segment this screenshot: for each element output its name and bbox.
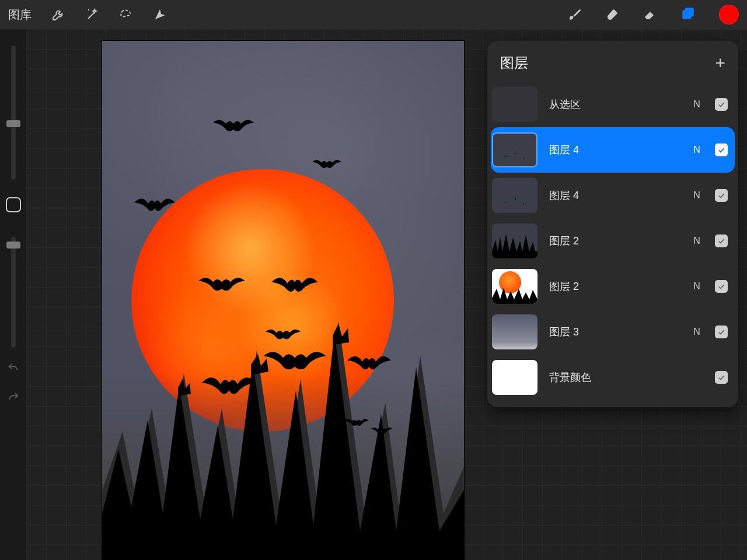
selection-icon[interactable] [119, 8, 133, 22]
modifier-button[interactable] [6, 197, 21, 212]
blend-mode-button[interactable]: N [690, 281, 703, 292]
visibility-checkbox[interactable] [715, 326, 728, 338]
brush-size-slider[interactable] [11, 46, 16, 180]
wrench-icon[interactable] [51, 8, 65, 22]
layer-row[interactable]: 图层 3N [487, 309, 738, 355]
smudge-icon[interactable] [606, 8, 620, 22]
blend-mode-button[interactable]: N [690, 145, 703, 155]
blend-mode-button[interactable]: N [690, 236, 703, 246]
redo-button[interactable] [7, 391, 20, 406]
gallery-button[interactable]: 图库 [8, 7, 32, 23]
layer-thumbnail [492, 223, 537, 258]
undo-button[interactable] [7, 362, 20, 377]
svg-rect-1 [685, 8, 694, 16]
add-layer-button[interactable]: + [715, 54, 725, 72]
layer-row[interactable]: 图层 4N [487, 173, 738, 218]
layer-thumbnail [492, 132, 537, 167]
layers-panel: 图层 + 从选区N图层 4N图层 4N图层 2N图层 2N图层 3N背景颜色 [487, 41, 738, 407]
artwork-canvas[interactable] [102, 41, 464, 560]
visibility-checkbox[interactable] [715, 280, 728, 293]
blend-mode-button[interactable]: N [690, 190, 703, 201]
brush-opacity-slider[interactable] [11, 237, 16, 348]
cursor-icon[interactable] [153, 8, 167, 22]
layers-icon[interactable] [680, 6, 696, 23]
brush-icon[interactable] [568, 8, 582, 22]
visibility-checkbox[interactable] [715, 235, 728, 247]
bats-layer [102, 41, 464, 560]
top-toolbar: 图库 [0, 0, 747, 29]
color-swatch[interactable] [719, 5, 739, 24]
visibility-checkbox[interactable] [715, 144, 728, 156]
left-sidebar [0, 35, 26, 406]
eraser-icon[interactable] [643, 8, 657, 22]
layer-name: 图层 4 [549, 143, 679, 157]
layers-panel-title: 图层 [500, 54, 528, 72]
layer-row[interactable]: 图层 2N [487, 264, 738, 309]
blend-mode-button[interactable]: N [690, 99, 703, 110]
layer-row[interactable]: 背景颜色 [487, 355, 738, 400]
layer-name: 背景颜色 [549, 370, 679, 384]
layer-row[interactable]: 图层 4N [491, 127, 735, 173]
visibility-checkbox[interactable] [715, 98, 728, 111]
visibility-checkbox[interactable] [715, 371, 728, 384]
layer-name: 图层 2 [549, 279, 679, 293]
layer-name: 从选区 [549, 97, 679, 111]
layer-name: 图层 2 [549, 234, 679, 248]
visibility-checkbox[interactable] [715, 189, 728, 202]
layer-thumbnail [492, 269, 537, 304]
layer-thumbnail [492, 178, 537, 213]
layer-list: 从选区N图层 4N图层 4N图层 2N图层 2N图层 3N背景颜色 [487, 82, 738, 400]
layer-thumbnail [492, 360, 537, 395]
blend-mode-button[interactable]: N [690, 327, 703, 337]
layer-thumbnail [492, 87, 537, 122]
layer-row[interactable]: 从选区N [487, 82, 738, 127]
layer-name: 图层 4 [549, 188, 679, 202]
magic-wand-icon[interactable] [85, 8, 99, 22]
layer-name: 图层 3 [549, 325, 679, 339]
layer-thumbnail [492, 314, 537, 349]
layer-row[interactable]: 图层 2N [487, 218, 738, 264]
